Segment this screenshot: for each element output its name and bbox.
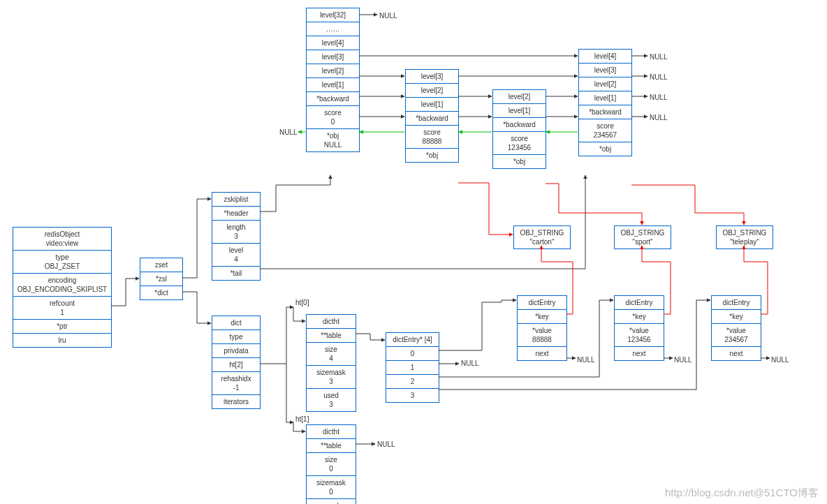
skip-header-box: level[32] …… level[4] level[3] level[2] … bbox=[306, 8, 360, 152]
dict-box: dict type privdata ht[2] rehashidx-1 ite… bbox=[212, 316, 261, 409]
dictht1-box: dictht **table size0 sizemask0 used0 bbox=[306, 424, 356, 504]
dict-entry-3: dictEntry *key *value234567 next bbox=[711, 295, 761, 361]
null-label: NULL bbox=[279, 128, 298, 136]
null-label: NULL bbox=[650, 114, 668, 121]
ht1-label: ht[1] bbox=[295, 415, 309, 423]
null-label: NULL bbox=[379, 12, 397, 20]
dict-entry-array-box: dictEntry* [4] 0 1 2 3 bbox=[386, 332, 439, 403]
dict-entry-1: dictEntry *key *value88888 next bbox=[517, 295, 567, 361]
zskiplist-box: zskiplist *header length3 level4 *tail bbox=[212, 192, 261, 281]
skip-node2-box: level[2] level[1] *backward score123456 … bbox=[492, 89, 546, 169]
redis-object-box: redisObjectvideo:view typeOBJ_ZSET encod… bbox=[13, 227, 112, 348]
skip-node1-box: level[3] level[2] level[1] *backward sco… bbox=[405, 69, 459, 163]
dictht0-box: dictht **table size4 sizemask3 used3 bbox=[306, 314, 356, 412]
null-label: NULL bbox=[650, 94, 668, 101]
zset-box: zset *zsl *dict bbox=[140, 258, 183, 300]
ht0-label: ht[0] bbox=[295, 299, 309, 306]
null-label: NULL bbox=[461, 360, 479, 367]
null-label: NULL bbox=[650, 73, 668, 81]
null-label: NULL bbox=[650, 53, 668, 61]
watermark: http://blog.csdn.net@51CTO博客 bbox=[665, 487, 819, 500]
null-label: NULL bbox=[771, 356, 789, 364]
null-label: NULL bbox=[674, 356, 692, 364]
obj-string-sport: OBJ_STRING"sport" bbox=[614, 225, 671, 249]
obj-string-carton: OBJ_STRING"carton" bbox=[513, 225, 571, 249]
null-label: NULL bbox=[377, 440, 395, 448]
obj-string-teleplay: OBJ_STRING"teleplay" bbox=[716, 225, 773, 249]
redis-object-title: redisObjectvideo:view bbox=[13, 228, 111, 251]
skip-node3-box: level[4] level[3] level[2] level[1] *bac… bbox=[578, 49, 632, 156]
null-label: NULL bbox=[577, 356, 595, 364]
dict-entry-2: dictEntry *key *value123456 next bbox=[614, 295, 664, 361]
